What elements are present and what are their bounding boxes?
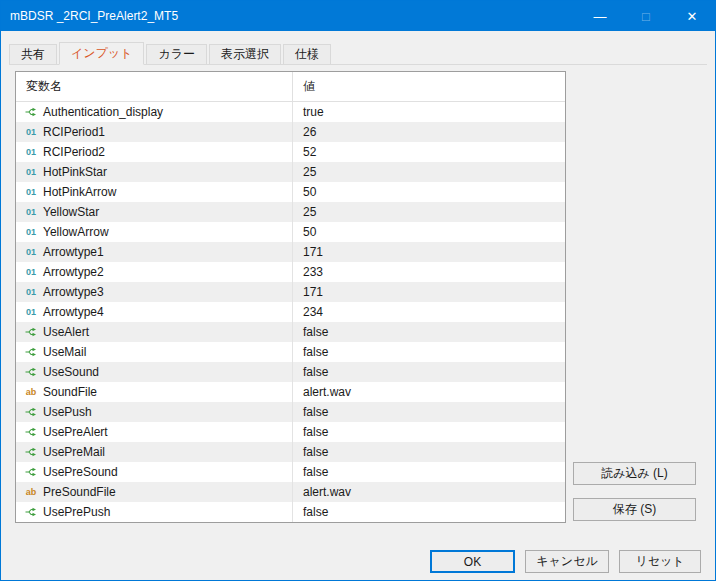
bool-type-icon [24, 506, 38, 518]
variable-value-cell[interactable]: 26 [292, 122, 565, 142]
variable-name: Arrowtype1 [43, 245, 104, 259]
table-row[interactable]: UsePreMail false [16, 442, 565, 462]
table-row[interactable]: UsePush false [16, 402, 565, 422]
variable-name-cell: UsePreMail [16, 442, 292, 462]
string-type-icon: ab [24, 387, 38, 397]
table-row[interactable]: 01 Arrowtype2 233 [16, 262, 565, 282]
save-button[interactable]: 保存 (S) [573, 498, 696, 521]
variable-value-cell[interactable]: 171 [292, 282, 565, 302]
ok-button[interactable]: OK [430, 550, 515, 573]
variable-name: SoundFile [43, 385, 97, 399]
variable-name: PreSoundFile [43, 485, 116, 499]
table-row[interactable]: 01 RCIPeriod2 52 [16, 142, 565, 162]
minimize-icon: — [594, 9, 607, 24]
variable-name: Arrowtype2 [43, 265, 104, 279]
parameters-table: 変数名 値 Authentication_display true 01 RCI… [15, 71, 566, 523]
column-header-variable[interactable]: 変数名 [16, 72, 292, 101]
variable-name-cell: ab PreSoundFile [16, 482, 292, 502]
table-row[interactable]: 01 YellowStar 25 [16, 202, 565, 222]
tab-colors[interactable]: カラー [146, 44, 207, 64]
int-type-icon: 01 [24, 227, 38, 237]
variable-name: UseAlert [43, 325, 89, 339]
variable-name: Arrowtype4 [43, 305, 104, 319]
variable-value-cell[interactable]: alert.wav [292, 482, 565, 502]
variable-value-cell[interactable]: true [292, 102, 565, 122]
variable-name: Authentication_display [43, 105, 163, 119]
tab-spec[interactable]: 仕様 [283, 44, 331, 64]
close-button[interactable]: ✕ [669, 1, 715, 31]
tab-bar: 共有インプットカラー表示選択仕様 [9, 41, 707, 65]
variable-name-cell: UsePush [16, 402, 292, 422]
variable-name: UsePreSound [43, 465, 118, 479]
variable-name: UseMail [43, 345, 86, 359]
variable-value-cell[interactable]: 50 [292, 182, 565, 202]
tab-common[interactable]: 共有 [9, 44, 57, 64]
variable-value-cell[interactable]: 234 [292, 302, 565, 322]
variable-value-cell[interactable]: false [292, 462, 565, 482]
variable-value-cell[interactable]: 25 [292, 202, 565, 222]
table-row[interactable]: UsePreSound false [16, 462, 565, 482]
load-button[interactable]: 読み込み (L) [573, 462, 696, 485]
bool-type-icon [24, 446, 38, 458]
variable-name-cell: 01 Arrowtype1 [16, 242, 292, 262]
variable-name-cell: 01 Arrowtype4 [16, 302, 292, 322]
window-title: mBDSR _2RCI_PreAlert2_MT5 [1, 9, 178, 23]
variable-value-cell[interactable]: 25 [292, 162, 565, 182]
table-row[interactable]: UsePrePush false [16, 502, 565, 522]
table-row[interactable]: 01 Arrowtype4 234 [16, 302, 565, 322]
variable-name: RCIPeriod2 [43, 145, 105, 159]
table-header-row: 変数名 値 [16, 72, 565, 102]
table-row[interactable]: 01 HotPinkArrow 50 [16, 182, 565, 202]
variable-value-cell[interactable]: false [292, 422, 565, 442]
column-header-value[interactable]: 値 [292, 72, 565, 101]
variable-name: UsePreMail [43, 445, 105, 459]
table-row[interactable]: ab PreSoundFile alert.wav [16, 482, 565, 502]
bool-type-icon [24, 406, 38, 418]
variable-value-cell[interactable]: alert.wav [292, 382, 565, 402]
reset-button[interactable]: リセット [619, 550, 701, 573]
table-row[interactable]: 01 YellowArrow 50 [16, 222, 565, 242]
variable-name-cell: UseSound [16, 362, 292, 382]
variable-name: UsePreAlert [43, 425, 108, 439]
bool-type-icon [24, 466, 38, 478]
table-row[interactable]: UsePreAlert false [16, 422, 565, 442]
maximize-button: □ [623, 1, 669, 31]
variable-name-cell: ab SoundFile [16, 382, 292, 402]
variable-value-cell[interactable]: 171 [292, 242, 565, 262]
variable-name: RCIPeriod1 [43, 125, 105, 139]
table-row[interactable]: Authentication_display true [16, 102, 565, 122]
int-type-icon: 01 [24, 147, 38, 157]
table-row[interactable]: 01 RCIPeriod1 26 [16, 122, 565, 142]
bool-type-icon [24, 346, 38, 358]
cancel-button[interactable]: キャンセル [525, 550, 609, 573]
variable-value-cell[interactable]: 52 [292, 142, 565, 162]
variable-value-cell[interactable]: false [292, 402, 565, 422]
table-row[interactable]: 01 Arrowtype1 171 [16, 242, 565, 262]
bool-type-icon [24, 106, 38, 118]
maximize-icon: □ [642, 9, 650, 24]
int-type-icon: 01 [24, 267, 38, 277]
table-row[interactable]: 01 Arrowtype3 171 [16, 282, 565, 302]
variable-value-cell[interactable]: false [292, 442, 565, 462]
variable-value-cell[interactable]: 233 [292, 262, 565, 282]
table-row[interactable]: UseMail false [16, 342, 565, 362]
variable-value-cell[interactable]: false [292, 342, 565, 362]
variable-name: UseSound [43, 365, 99, 379]
bool-type-icon [24, 366, 38, 378]
title-bar[interactable]: mBDSR _2RCI_PreAlert2_MT5 — □ ✕ [1, 1, 715, 31]
variable-value-cell[interactable]: false [292, 502, 565, 522]
variable-name-cell: 01 RCIPeriod1 [16, 122, 292, 142]
variable-value-cell[interactable]: 50 [292, 222, 565, 242]
variable-name-cell: 01 YellowArrow [16, 222, 292, 242]
table-row[interactable]: UseSound false [16, 362, 565, 382]
tab-inputs[interactable]: インプット [59, 42, 144, 65]
bool-type-icon [24, 426, 38, 438]
table-row[interactable]: ab SoundFile alert.wav [16, 382, 565, 402]
variable-value-cell[interactable]: false [292, 322, 565, 342]
variable-value-cell[interactable]: false [292, 362, 565, 382]
tab-display-selection[interactable]: 表示選択 [209, 44, 281, 64]
table-row[interactable]: UseAlert false [16, 322, 565, 342]
variable-name: HotPinkStar [43, 165, 107, 179]
table-row[interactable]: 01 HotPinkStar 25 [16, 162, 565, 182]
minimize-button[interactable]: — [577, 1, 623, 31]
